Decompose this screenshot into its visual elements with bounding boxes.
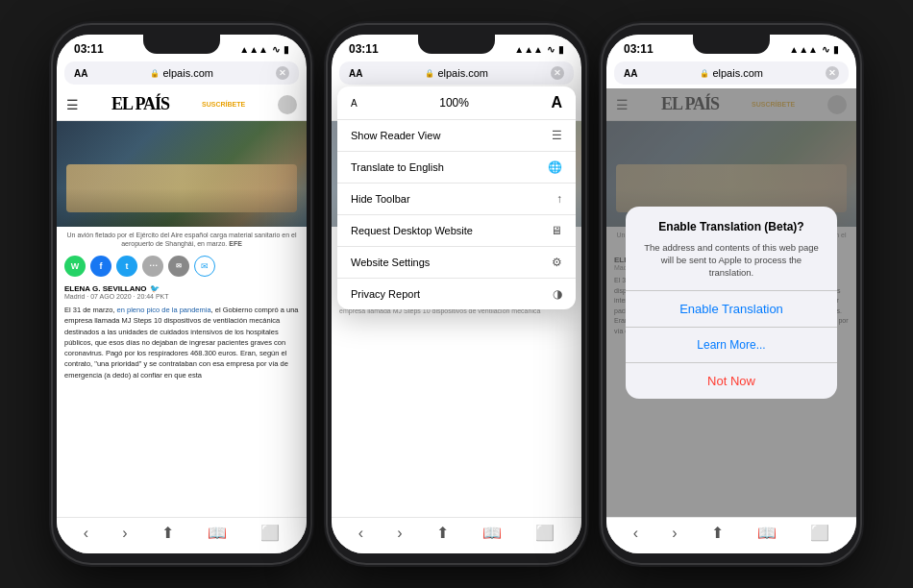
menu-desktop[interactable]: Request Desktop Website 🖥 xyxy=(337,215,576,247)
translate-label: Translate to English xyxy=(351,161,444,173)
privacy-label: Privacy Report xyxy=(351,288,420,300)
email-icon-1[interactable]: ✉ xyxy=(194,256,215,277)
menu-website-settings[interactable]: Website Settings ⚙ xyxy=(337,247,576,279)
screen-1: 03:11 ▲▲▲ ∿ ▮ AA 🔒 elpais.com ✕ ☰ xyxy=(57,35,307,553)
facebook-icon-1[interactable]: f xyxy=(90,256,111,277)
twitter-icon-1[interactable]: t xyxy=(116,256,137,277)
wifi-icon-2: ∿ xyxy=(547,44,555,55)
article-text-1: El 31 de marzo, en pleno pico de la pand… xyxy=(57,301,307,384)
font-pct-display: 100% xyxy=(439,96,469,110)
bookmarks-button-2[interactable]: 📖 xyxy=(482,524,502,542)
show-reader-label: Show Reader View xyxy=(351,130,440,141)
learn-more-btn[interactable]: Learn More... xyxy=(626,328,837,363)
lock-icon-1: 🔒 xyxy=(150,69,160,78)
bookmarks-button-3[interactable]: 📖 xyxy=(757,524,777,542)
desktop-icon: 🖥 xyxy=(551,224,562,237)
show-reader-icon: ☰ xyxy=(552,129,562,142)
forward-button-2[interactable]: › xyxy=(397,525,402,542)
close-button-3[interactable]: ✕ xyxy=(826,66,839,80)
signal-icon-1: ▲▲▲ xyxy=(239,44,268,55)
url-bar-2[interactable]: AA 🔒 elpais.com ✕ xyxy=(339,61,574,85)
caption-1: Un avión fletado por el Ejército del Air… xyxy=(57,227,307,252)
share-button-1[interactable]: ⬆ xyxy=(161,524,174,542)
settings-icon: ⚙ xyxy=(552,256,562,269)
share-icon-1[interactable]: ⋯ xyxy=(142,256,163,277)
aa-button-2[interactable]: AA xyxy=(349,68,362,79)
battery-icon-1: ▮ xyxy=(284,44,289,55)
article-link-1[interactable]: en pleno pico de la pandemia xyxy=(117,306,211,314)
translation-dialog: Enable Translation (Beta)? The address a… xyxy=(626,207,837,400)
bookmarks-button-1[interactable]: 📖 xyxy=(208,524,227,542)
font-large-btn[interactable]: A xyxy=(551,94,562,111)
url-domain-3[interactable]: 🔒 elpais.com xyxy=(700,67,763,79)
status-icons-2: ▲▲▲ ∿ ▮ xyxy=(514,44,564,55)
back-button-2[interactable]: ‹ xyxy=(358,525,363,542)
hamburger-icon-1[interactable]: ☰ xyxy=(66,97,79,112)
battery-icon-3: ▮ xyxy=(833,44,839,55)
enable-translation-btn[interactable]: Enable Translation xyxy=(626,291,837,328)
url-domain-1[interactable]: 🔒 elpais.com xyxy=(150,67,213,79)
signal-icon-2: ▲▲▲ xyxy=(514,44,543,55)
bottom-nav-3: ‹ › ⬆ 📖 ⬜ xyxy=(606,517,856,553)
wifi-icon-3: ∿ xyxy=(822,44,829,55)
hide-toolbar-icon: ↑ xyxy=(556,192,562,206)
close-button-1[interactable]: ✕ xyxy=(276,66,289,80)
notch-1 xyxy=(143,35,220,54)
notch-2 xyxy=(418,35,495,54)
author-name-1: ELENA G. SEVILLANO 🐦 xyxy=(64,284,299,293)
signal-icon-3: ▲▲▲ xyxy=(789,44,818,55)
notch-3 xyxy=(693,35,770,54)
status-icons-3: ▲▲▲ ∿ ▮ xyxy=(789,44,839,55)
privacy-icon: ◑ xyxy=(553,287,562,301)
phone-2: 03:11 ▲▲▲ ∿ ▮ AA 🔒 elpais.com ✕ ☰ xyxy=(328,25,585,563)
close-button-2[interactable]: ✕ xyxy=(551,66,564,80)
hero-image-1 xyxy=(57,121,307,227)
screen-2: 03:11 ▲▲▲ ∿ ▮ AA 🔒 elpais.com ✕ ☰ xyxy=(332,35,581,553)
whatsapp-icon-1[interactable]: W xyxy=(64,256,86,277)
phones-container: 03:11 ▲▲▲ ∿ ▮ AA 🔒 elpais.com ✕ ☰ xyxy=(43,15,870,573)
menu-privacy[interactable]: Privacy Report ◑ xyxy=(337,279,576,309)
share-button-2[interactable]: ⬆ xyxy=(436,524,449,542)
dropdown-menu: A 100% A Show Reader View ☰ Translate to… xyxy=(337,86,576,309)
phone-1: 03:11 ▲▲▲ ∿ ▮ AA 🔒 elpais.com ✕ ☰ xyxy=(53,25,310,563)
aa-button-1[interactable]: AA xyxy=(74,68,87,79)
url-bar-3[interactable]: AA 🔒 elpais.com ✕ xyxy=(614,61,849,85)
phone-3: 03:11 ▲▲▲ ∿ ▮ AA 🔒 elpais.com ✕ xyxy=(603,25,860,563)
forward-button-1[interactable]: › xyxy=(122,525,127,542)
battery-icon-2: ▮ xyxy=(558,44,564,55)
url-domain-2[interactable]: 🔒 elpais.com xyxy=(425,67,488,79)
back-button-1[interactable]: ‹ xyxy=(84,525,88,542)
author-date-1: Madrid · 07 AGO 2020 · 20:44 PKT xyxy=(64,293,299,300)
aa-button-3[interactable]: AA xyxy=(624,68,637,79)
back-button-3[interactable]: ‹ xyxy=(633,525,638,542)
tabs-button-1[interactable]: ⬜ xyxy=(260,524,280,542)
not-now-btn[interactable]: Not Now xyxy=(626,363,837,399)
dialog-body: The address and contents of this web pag… xyxy=(626,237,837,291)
site-header-1: ☰ EL PAÍS SUSCRÍBETE xyxy=(57,88,307,121)
menu-translate[interactable]: Translate to English 🌐 xyxy=(337,152,576,184)
bottom-nav-1: ‹ › ⬆ 📖 ⬜ xyxy=(57,517,307,553)
sms-icon-1[interactable]: ✉ xyxy=(168,256,189,277)
author-twitter-1[interactable]: 🐦 xyxy=(150,284,160,293)
screen-3: 03:11 ▲▲▲ ∿ ▮ AA 🔒 elpais.com ✕ xyxy=(606,35,856,553)
hide-toolbar-label: Hide Toolbar xyxy=(351,193,410,205)
tabs-button-3[interactable]: ⬜ xyxy=(810,524,829,542)
subscribe-btn-1[interactable]: SUSCRÍBETE xyxy=(202,101,245,108)
dialog-overlay-3: Enable Translation (Beta)? The address a… xyxy=(606,88,856,517)
url-bar-1[interactable]: AA 🔒 elpais.com ✕ xyxy=(64,61,299,85)
time-1: 03:11 xyxy=(74,42,104,56)
website-settings-label: Website Settings xyxy=(351,257,430,268)
avatar-1[interactable] xyxy=(278,95,297,114)
forward-button-3[interactable]: › xyxy=(672,525,677,542)
font-size-row: A 100% A xyxy=(337,86,576,120)
wifi-icon-1: ∿ xyxy=(272,44,280,55)
hero-overlay-1 xyxy=(57,188,307,227)
bottom-nav-2: ‹ › ⬆ 📖 ⬜ xyxy=(332,517,581,553)
menu-hide-toolbar[interactable]: Hide Toolbar ↑ xyxy=(337,184,576,215)
tabs-button-2[interactable]: ⬜ xyxy=(535,524,555,542)
menu-show-reader[interactable]: Show Reader View ☰ xyxy=(337,120,576,152)
font-small-btn[interactable]: A xyxy=(351,98,358,109)
lock-icon-3: 🔒 xyxy=(700,69,709,78)
social-bar-1: W f t ⋯ ✉ ✉ xyxy=(57,252,307,281)
share-button-3[interactable]: ⬆ xyxy=(711,524,724,542)
